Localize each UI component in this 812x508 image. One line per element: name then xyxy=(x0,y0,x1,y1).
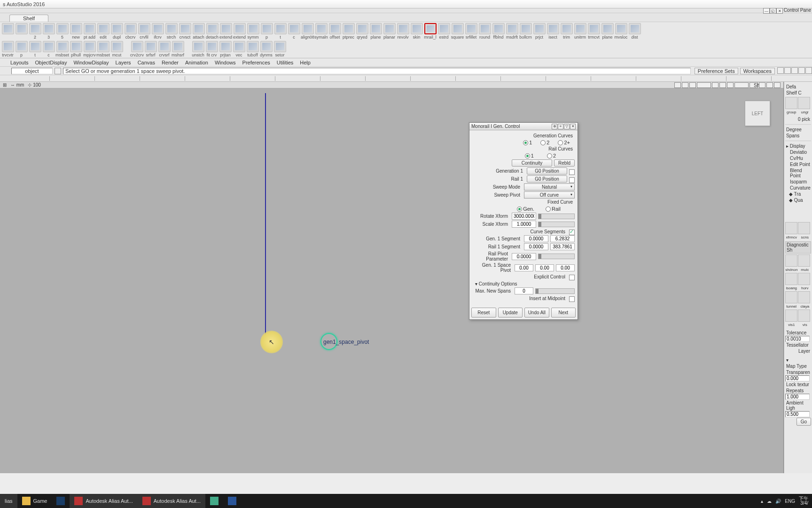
rotate-slider[interactable] xyxy=(538,214,575,219)
shelf-tool-mpjcrv[interactable]: mpjcrv xyxy=(83,41,96,58)
shelf-tool-plane[interactable]: plane xyxy=(369,23,383,40)
shelf-tool-round[interactable]: round xyxy=(478,23,492,40)
shelf-tool-crv2crv[interactable]: crv2crv xyxy=(130,41,144,58)
diag-icon[interactable] xyxy=(798,291,810,303)
vp-tool-icon[interactable] xyxy=(727,82,734,88)
tolerance-input[interactable] xyxy=(785,336,810,342)
sweep-mode-select[interactable]: Natural xyxy=(524,183,575,190)
diag-icon[interactable] xyxy=(785,291,797,303)
shelf-tool-planar[interactable]: planar xyxy=(383,23,396,40)
vp-tool-icon[interactable] xyxy=(719,82,726,88)
go-button[interactable]: Go xyxy=(796,418,811,426)
curve[interactable] xyxy=(265,93,266,342)
rail-pivot-input[interactable] xyxy=(512,253,536,260)
view-cube[interactable]: LEFT xyxy=(745,101,770,126)
preference-sets-button[interactable]: Preference Sets xyxy=(695,68,738,74)
rebld-button[interactable]: Rebld xyxy=(554,159,575,167)
scale-slider[interactable] xyxy=(538,222,575,227)
tray-icon[interactable]: ☁ xyxy=(767,499,772,504)
shelf-tool-detach[interactable]: detach xyxy=(205,23,219,40)
shelf-tool-new[interactable]: new xyxy=(69,23,83,40)
ambient-input[interactable] xyxy=(785,411,810,417)
taskbar-item[interactable] xyxy=(205,494,223,508)
scale-input[interactable] xyxy=(512,221,536,228)
shelf-tool-p[interactable]: p xyxy=(260,23,273,40)
display-item[interactable]: Deviatio xyxy=(785,149,811,155)
tray-icon[interactable]: ▴ xyxy=(761,499,763,504)
rail1-check[interactable] xyxy=(569,177,575,183)
display-item[interactable]: Cv/Hu xyxy=(785,155,811,161)
shelf-tool-prjct[interactable]: prjct xyxy=(532,23,546,40)
shelf-tool-attach[interactable]: attach xyxy=(192,23,205,40)
shelf-tool-0[interactable] xyxy=(1,23,15,40)
menu-utilities[interactable]: Utilities xyxy=(277,60,293,65)
shelf-tool-5[interactable]: 5 xyxy=(55,23,69,40)
sweep-pivot-select[interactable]: Off curve xyxy=(524,191,575,198)
shelf-tool-vec[interactable]: vec xyxy=(232,41,246,58)
hint-icon-3[interactable] xyxy=(791,67,798,74)
shelf-tool-t[interactable]: t xyxy=(273,23,287,40)
shelf-tool-2[interactable]: 2 xyxy=(28,23,42,40)
shelf-tool-qryed[interactable]: qryed xyxy=(355,23,369,40)
dialog-close-icon[interactable]: ✕ xyxy=(570,124,576,129)
shelf-tool-setor[interactable]: setor xyxy=(273,41,287,58)
gen1-check[interactable] xyxy=(569,169,575,175)
close-icon[interactable]: ✕ xyxy=(776,8,783,14)
reset-button[interactable]: Reset xyxy=(471,308,496,318)
diag-icon[interactable] xyxy=(785,310,797,322)
shelf-tool-3[interactable]: 3 xyxy=(42,23,55,40)
menu-help[interactable]: Help xyxy=(300,60,311,65)
hint-icon-1[interactable] xyxy=(777,67,784,74)
canvas[interactable]: ↖ gen1_space_pivot LEFT xyxy=(0,88,783,473)
menu-render[interactable]: Render xyxy=(162,60,179,65)
group-icon[interactable] xyxy=(785,97,797,109)
tra-toggle[interactable]: ◆ Tra xyxy=(785,191,811,197)
display-toggle[interactable]: ▸ Display xyxy=(785,143,811,149)
shelf-tool-align08[interactable]: align08 xyxy=(301,23,314,40)
shelf-tool-estrd[interactable]: estrd xyxy=(437,23,451,40)
lang-indicator[interactable]: ENG xyxy=(785,499,795,504)
taskbar-item[interactable]: Autodesk Alias Aut... xyxy=(138,494,205,508)
shelf-tool-trvcvtr[interactable]: trvcvtr xyxy=(1,41,15,58)
diag-icon[interactable] xyxy=(785,273,797,285)
maximize-icon[interactable]: ◱ xyxy=(770,8,776,14)
shelf-tool-1[interactable] xyxy=(15,23,28,40)
menu-layers[interactable]: Layers xyxy=(116,60,131,65)
hint-icon[interactable] xyxy=(55,68,61,74)
display-item[interactable]: Blend Point xyxy=(785,167,811,179)
gen-curves-2-radio[interactable]: 2 xyxy=(540,139,549,145)
shelf-tool-skin[interactable]: skin xyxy=(410,23,423,40)
shelf-tool-mvsloc[interactable]: mvsloc xyxy=(614,23,628,40)
vp-tool-icon[interactable] xyxy=(689,82,696,88)
diag-icon[interactable] xyxy=(785,222,797,234)
shelf-tool-msdrft[interactable]: msdrft xyxy=(505,23,519,40)
continuity-options-toggle[interactable]: ▾ Continuity Options xyxy=(475,281,575,286)
shelf-tool-mrail_l[interactable]: mrail_l xyxy=(423,23,437,40)
shelf-tool-plhull[interactable]: plhull xyxy=(69,41,83,58)
vp-icon[interactable]: ⊞ xyxy=(3,82,7,87)
shelf-tool-unitrm[interactable]: unitrm xyxy=(573,23,587,40)
shelf-tool-trim[interactable]: trim xyxy=(560,23,573,40)
minimize-icon[interactable]: — xyxy=(763,8,770,14)
shelf-tool-prjtan[interactable]: prjtan xyxy=(219,41,232,58)
vp-tool-icon[interactable] xyxy=(682,82,688,88)
viewport[interactable]: ⊞ ↔ mm ⊹ 100 Show ↖ gen1_space_ xyxy=(0,82,784,473)
diag-icon[interactable] xyxy=(785,254,797,267)
dialog-list-icon[interactable]: ≡ xyxy=(558,124,563,129)
shelf-tool-dupl[interactable]: dupl xyxy=(110,23,124,40)
shelf-tool-bollcrn[interactable]: bollcrn xyxy=(519,23,532,40)
qua-toggle[interactable]: ◆ Qua xyxy=(785,197,811,203)
vp-tool-icon[interactable] xyxy=(712,82,718,88)
fixed-rail-radio[interactable]: Rail xyxy=(546,206,561,212)
show-button[interactable]: Show xyxy=(750,82,758,88)
shelf-tool-mcut[interactable]: mcut xyxy=(110,41,124,58)
rail-curves-2-radio[interactable]: 2 xyxy=(547,152,556,159)
rail-pivot-slider[interactable] xyxy=(538,254,575,259)
rail1-seg-a-input[interactable] xyxy=(524,243,548,250)
insert-mid-check[interactable] xyxy=(569,296,575,302)
shelf-tool-dist[interactable]: dist xyxy=(628,23,641,40)
gen1-seg-b-input[interactable] xyxy=(550,235,575,242)
shelf-tool-pt add[interactable]: pt add xyxy=(83,23,96,40)
menu-canvas[interactable]: Canvas xyxy=(138,60,155,65)
shelf-tool-ptprec[interactable]: ptprec xyxy=(342,23,355,40)
